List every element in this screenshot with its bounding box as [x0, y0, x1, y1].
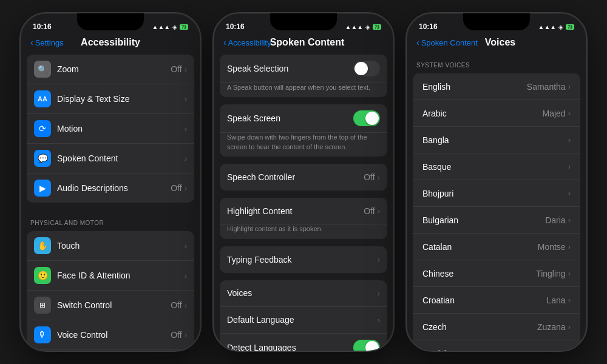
voices-group: Voices › Default Language › Detect Langu…: [220, 280, 387, 351]
back-button-2[interactable]: ‹ Accessibility: [223, 38, 271, 47]
list-item-face-id[interactable]: 🙂 Face ID & Attention ›: [27, 261, 194, 291]
voice-bangla-chevron: ›: [568, 135, 571, 144]
scroll-content-1: 🔍 Zoom Off › AA Display & Text Size › ⟳ …: [21, 52, 200, 351]
speak-screen-toggle[interactable]: [353, 110, 380, 126]
voice-catalan[interactable]: Catalan Montse ›: [413, 234, 580, 260]
back-chevron-1: ‹: [30, 38, 33, 47]
voice-arabic[interactable]: Arabic Majed ›: [413, 100, 580, 127]
voice-danish-chevron: ›: [568, 349, 571, 351]
audio-value: Off: [171, 183, 181, 193]
list-item-motion[interactable]: ⟳ Motion ›: [27, 114, 194, 144]
speak-screen-item[interactable]: Speak Screen: [220, 104, 387, 133]
voice-catalan-name: Catalan: [422, 242, 538, 252]
speech-controller-group: Speech Controller Off ›: [220, 164, 387, 190]
speak-selection-knob: [354, 62, 368, 75]
voices-chevron: ›: [378, 289, 380, 298]
voice-bangla-name: Bangla: [422, 135, 568, 145]
default-lang-label: Default Language: [227, 315, 378, 325]
voice-danish[interactable]: Danish Sara ›: [413, 340, 580, 351]
list-item-switch[interactable]: ⊞ Switch Control Off ›: [27, 291, 194, 320]
back-button-1[interactable]: ‹ Settings: [30, 38, 64, 47]
detect-lang-label: Detect Languages: [227, 343, 353, 351]
page-title-1: Accessibility: [81, 37, 140, 48]
voice-danish-name: Danish: [422, 349, 548, 351]
typing-item[interactable]: Typing Feedback ›: [220, 246, 387, 273]
detect-lang-toggle[interactable]: [353, 340, 380, 351]
speak-selection-toggle[interactable]: [353, 61, 380, 76]
detect-lang-knob: [365, 341, 379, 351]
speech-controller-item[interactable]: Speech Controller Off ›: [220, 164, 387, 190]
voice-czech-value: Zuzana: [537, 322, 566, 332]
speak-screen-knob: [365, 112, 379, 125]
voice-bangla[interactable]: Bangla ›: [413, 127, 580, 153]
phone-1: 10:16 ▲▲▲ ◈ 73 ‹ Settings Accessibility …: [19, 12, 202, 352]
voice-basque-chevron: ›: [568, 162, 571, 171]
voice-czech-chevron: ›: [568, 322, 571, 331]
wifi-icon-2: ◈: [365, 24, 370, 30]
default-lang-chevron: ›: [378, 315, 380, 325]
voice-basque[interactable]: Basque ›: [413, 153, 580, 180]
speech-controller-value: Off: [364, 172, 375, 182]
voice-chinese-value: Tingling: [536, 269, 566, 278]
display-chevron: ›: [185, 95, 187, 104]
motion-label: Motion: [57, 124, 185, 133]
phone-2: 10:16 ▲▲▲ ◈ 73 ‹ Accessibility Spoken Co…: [212, 12, 395, 352]
speak-selection-group: Speak Selection A Speak button will appe…: [220, 55, 387, 97]
voice-bhojpuri[interactable]: Bhojpuri ›: [413, 180, 580, 207]
voice-english-chevron: ›: [568, 82, 571, 91]
speak-selection-label: Speak Selection: [227, 64, 353, 73]
voice-chinese[interactable]: Chinese Tingling ›: [413, 260, 580, 287]
signal-icon-2: ▲▲▲: [345, 24, 364, 30]
highlight-item[interactable]: Highlight Content Off ›: [220, 198, 387, 224]
voices-item[interactable]: Voices ›: [220, 280, 387, 307]
default-lang-item[interactable]: Default Language ›: [220, 307, 387, 334]
voice-english[interactable]: English Samantha ›: [413, 73, 580, 100]
battery-badge-1: 73: [180, 24, 188, 30]
list-item-zoom[interactable]: 🔍 Zoom Off ›: [27, 55, 194, 84]
list-item-display[interactable]: AA Display & Text Size ›: [27, 84, 194, 114]
signal-icon-1: ▲▲▲: [152, 24, 171, 30]
voice-english-value: Samantha: [527, 82, 566, 92]
list-item-voice-ctrl[interactable]: 🎙 Voice Control Off ›: [27, 320, 194, 350]
voice-bhojpuri-name: Bhojpuri: [422, 189, 568, 198]
voice-english-name: English: [422, 82, 527, 92]
speak-screen-subtitle: Swipe down with two fingers from the top…: [220, 133, 387, 157]
voice-croatian[interactable]: Croatian Lana ›: [413, 287, 580, 314]
zoom-value: Off: [171, 64, 181, 74]
list-item-side-btn[interactable]: ▮ Side Button ›: [27, 350, 194, 351]
back-button-3[interactable]: ‹ Spoken Content: [416, 38, 478, 47]
voice-arabic-name: Arabic: [422, 109, 543, 118]
scroll-content-2: Speak Selection A Speak button will appe…: [214, 52, 393, 351]
phone-3: 10:16 ▲▲▲ ◈ 73 ‹ Spoken Content Voices S…: [405, 12, 588, 352]
voices-list: English Samantha › Arabic Majed › Bangla…: [413, 73, 580, 351]
highlight-group: Highlight Content Off › Highlight conten…: [220, 198, 387, 238]
highlight-chevron: ›: [378, 206, 380, 215]
zoom-label: Zoom: [57, 64, 171, 74]
detect-lang-item[interactable]: Detect Languages: [220, 334, 387, 351]
touch-icon: ✋: [34, 237, 51, 254]
audio-chevron: ›: [185, 184, 187, 193]
wifi-icon-3: ◈: [558, 24, 563, 30]
speak-selection-subtitle: A Speak button will appear when you sele…: [220, 83, 387, 97]
voice-czech[interactable]: Czech Zuzana ›: [413, 314, 580, 340]
voice-catalan-chevron: ›: [568, 242, 571, 251]
typing-chevron: ›: [378, 255, 380, 264]
list-item-spoken[interactable]: 💬 Spoken Content ›: [27, 144, 194, 174]
list-item-audio[interactable]: ▶ Audio Descriptions Off ›: [27, 174, 194, 203]
highlight-subtitle: Highlight content as it is spoken.: [220, 224, 387, 238]
list-item-touch[interactable]: ✋ Touch ›: [27, 231, 194, 261]
status-icons-3: ▲▲▲ ◈ 73: [538, 24, 575, 30]
voice-czech-name: Czech: [422, 322, 537, 332]
status-icons-1: ▲▲▲ ◈ 73: [152, 24, 189, 30]
speak-selection-item[interactable]: Speak Selection: [220, 55, 387, 83]
voice-chinese-name: Chinese: [422, 269, 536, 278]
back-label-1: Settings: [35, 38, 64, 47]
voice-croatian-chevron: ›: [568, 295, 571, 305]
spoken-icon: 💬: [34, 150, 51, 167]
voice-bulgarian[interactable]: Bulgarian Daria ›: [413, 207, 580, 234]
voice-ctrl-icon: 🎙: [34, 326, 51, 343]
phones-container: 10:16 ▲▲▲ ◈ 73 ‹ Settings Accessibility …: [19, 12, 588, 352]
spoken-label: Spoken Content: [57, 153, 185, 163]
status-time-2: 10:16: [226, 22, 245, 31]
touch-label: Touch: [57, 241, 185, 251]
